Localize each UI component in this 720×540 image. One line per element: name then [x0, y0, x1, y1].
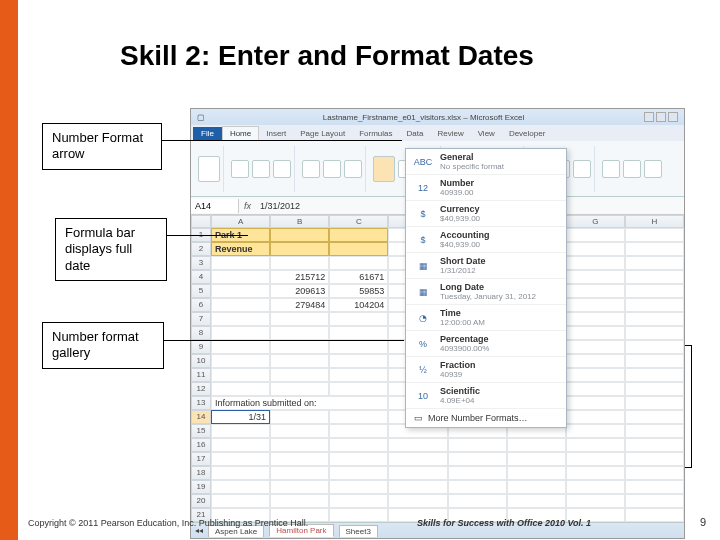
cell[interactable]	[329, 228, 388, 242]
cell[interactable]	[625, 312, 684, 326]
cell[interactable]	[507, 466, 566, 480]
cell[interactable]	[211, 494, 270, 508]
sort-filter-icon[interactable]	[623, 160, 641, 178]
select-all-corner[interactable]	[191, 215, 211, 228]
cell[interactable]	[270, 242, 329, 256]
cell[interactable]	[625, 410, 684, 424]
cell[interactable]	[566, 410, 625, 424]
more-number-formats-link[interactable]: ▭ More Number Formats…	[406, 409, 566, 427]
tab-file[interactable]: File	[193, 127, 222, 140]
cell[interactable]	[270, 410, 329, 424]
format-option-percentage[interactable]: % Percentage4093900.00%	[406, 331, 566, 357]
cell[interactable]	[566, 480, 625, 494]
cell[interactable]	[625, 368, 684, 382]
align-right-icon[interactable]	[344, 160, 362, 178]
cell[interactable]	[566, 242, 625, 256]
cell[interactable]	[625, 480, 684, 494]
align-left-icon[interactable]	[302, 160, 320, 178]
cell[interactable]	[211, 424, 270, 438]
row-header[interactable]: 13	[191, 396, 211, 410]
cell[interactable]	[388, 438, 447, 452]
cell[interactable]	[270, 256, 329, 270]
italic-icon[interactable]	[252, 160, 270, 178]
cell[interactable]	[507, 452, 566, 466]
format-icon[interactable]	[573, 160, 591, 178]
cell[interactable]	[566, 270, 625, 284]
row-header[interactable]: 11	[191, 368, 211, 382]
cell[interactable]	[211, 466, 270, 480]
cell[interactable]	[329, 354, 388, 368]
cell[interactable]	[625, 354, 684, 368]
cell[interactable]	[211, 298, 270, 312]
format-option-long-date[interactable]: ▦ Long DateTuesday, January 31, 2012	[406, 279, 566, 305]
format-option-accounting[interactable]: $ Accounting$40,939.00	[406, 227, 566, 253]
cell[interactable]	[566, 228, 625, 242]
tab-view[interactable]: View	[471, 127, 502, 140]
cell[interactable]	[329, 494, 388, 508]
cell[interactable]	[507, 494, 566, 508]
cell[interactable]	[625, 438, 684, 452]
cell[interactable]	[566, 368, 625, 382]
cell[interactable]: 215712	[270, 270, 329, 284]
row-header[interactable]: 12	[191, 382, 211, 396]
row-header[interactable]: 3	[191, 256, 211, 270]
cell[interactable]	[329, 312, 388, 326]
cell[interactable]	[329, 438, 388, 452]
cell[interactable]	[270, 354, 329, 368]
cell[interactable]	[270, 452, 329, 466]
cell[interactable]	[625, 298, 684, 312]
cell[interactable]	[270, 228, 329, 242]
row-header[interactable]: 7	[191, 312, 211, 326]
row-header[interactable]: 19	[191, 480, 211, 494]
cell[interactable]	[507, 438, 566, 452]
cell[interactable]	[211, 312, 270, 326]
minimize-button[interactable]	[644, 112, 654, 122]
row-header[interactable]: 14	[191, 410, 211, 424]
align-center-icon[interactable]	[323, 160, 341, 178]
cell[interactable]	[211, 368, 270, 382]
cell[interactable]	[211, 326, 270, 340]
row-header[interactable]: 16	[191, 438, 211, 452]
cell[interactable]	[566, 424, 625, 438]
cell[interactable]	[625, 270, 684, 284]
row-header[interactable]: 20	[191, 494, 211, 508]
cell[interactable]	[270, 466, 329, 480]
maximize-button[interactable]	[656, 112, 666, 122]
cell[interactable]	[448, 494, 507, 508]
tab-insert[interactable]: Insert	[259, 127, 293, 140]
format-option-number[interactable]: 12 Number40939.00	[406, 175, 566, 201]
cell[interactable]	[566, 354, 625, 368]
cell[interactable]	[625, 466, 684, 480]
cell[interactable]	[270, 494, 329, 508]
tab-formulas[interactable]: Formulas	[352, 127, 399, 140]
cell[interactable]: Revenue	[211, 242, 270, 256]
underline-icon[interactable]	[273, 160, 291, 178]
cell[interactable]	[211, 256, 270, 270]
cell[interactable]	[329, 256, 388, 270]
cell[interactable]	[566, 494, 625, 508]
col-header[interactable]: G	[566, 215, 625, 228]
cell[interactable]	[270, 340, 329, 354]
cell[interactable]	[566, 326, 625, 340]
row-header[interactable]: 10	[191, 354, 211, 368]
cell[interactable]	[270, 312, 329, 326]
format-option-short-date[interactable]: ▦ Short Date1/31/2012	[406, 253, 566, 279]
cell[interactable]	[625, 256, 684, 270]
cell[interactable]: 209613	[270, 284, 329, 298]
row-header[interactable]: 5	[191, 284, 211, 298]
format-option-scientific[interactable]: 10 Scientific4.09E+04	[406, 383, 566, 409]
fx-icon[interactable]: fx	[239, 201, 256, 211]
cell[interactable]: 61671	[329, 270, 388, 284]
cell[interactable]	[211, 382, 270, 396]
row-header[interactable]: 4	[191, 270, 211, 284]
cell[interactable]	[329, 340, 388, 354]
cell[interactable]: 279484	[270, 298, 329, 312]
format-option-fraction[interactable]: ½ Fraction40939	[406, 357, 566, 383]
col-header[interactable]: B	[270, 215, 329, 228]
col-header[interactable]: H	[625, 215, 684, 228]
cell[interactable]	[211, 270, 270, 284]
cell[interactable]	[388, 480, 447, 494]
cell[interactable]	[625, 424, 684, 438]
cell[interactable]	[625, 326, 684, 340]
row-header[interactable]: 8	[191, 326, 211, 340]
